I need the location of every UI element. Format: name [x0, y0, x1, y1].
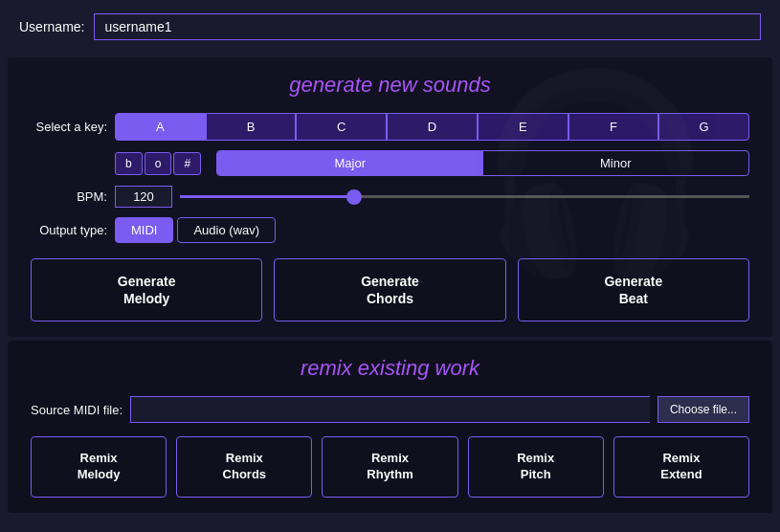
key-btn-d[interactable]: D — [387, 113, 478, 141]
remix-row: RemixMelody RemixChords RemixRhythm Remi… — [31, 436, 749, 498]
choose-file-button[interactable]: Choose file... — [657, 396, 749, 423]
accidental-btns: b o # — [115, 152, 201, 175]
acc-btn-sharp[interactable]: # — [173, 152, 201, 175]
remix-section-title: remix existing work — [31, 356, 749, 381]
source-row: Source MIDI file: Choose file... — [31, 396, 749, 423]
acc-btn-natural[interactable]: o — [145, 152, 172, 175]
output-btns: MIDI Audio (wav) — [115, 217, 276, 243]
output-btn-audio[interactable]: Audio (wav) — [177, 217, 276, 243]
generate-melody-button[interactable]: GenerateMelody — [31, 258, 262, 321]
generate-beat-button[interactable]: GenerateBeat — [518, 258, 749, 321]
key-btn-g[interactable]: G — [658, 113, 749, 141]
remix-section: remix existing work Source MIDI file: Ch… — [8, 341, 772, 513]
generate-row: GenerateMelody GenerateChords GenerateBe… — [31, 258, 749, 321]
remix-rhythm-button[interactable]: RemixRhythm — [322, 436, 457, 498]
key-btn-e[interactable]: E — [478, 113, 568, 141]
scale-toggle: Major Minor — [216, 150, 749, 176]
bpm-input[interactable] — [115, 186, 172, 208]
source-midi-input[interactable] — [130, 396, 650, 423]
key-btn-c[interactable]: C — [296, 113, 387, 141]
remix-extend-button[interactable]: RemixExtend — [613, 436, 749, 498]
generate-section-title: generate new sounds — [31, 73, 749, 98]
key-btn-f[interactable]: F — [568, 113, 659, 141]
output-btn-midi[interactable]: MIDI — [115, 217, 173, 243]
username-label: Username: — [19, 19, 84, 34]
key-buttons: A B C D E F G — [115, 113, 749, 141]
key-btn-b[interactable]: B — [206, 113, 297, 141]
bpm-row: BPM: — [31, 186, 749, 208]
source-label: Source MIDI file: — [31, 403, 123, 417]
key-row: Select a key: A B C D E F G — [31, 113, 749, 141]
scale-btn-major[interactable]: Major — [217, 151, 482, 175]
generate-chords-button[interactable]: GenerateChords — [274, 258, 505, 321]
bpm-slider-container — [180, 195, 749, 198]
key-row-label: Select a key: — [31, 120, 107, 134]
bpm-slider[interactable] — [180, 195, 749, 198]
username-input[interactable] — [94, 13, 761, 40]
key-btn-a[interactable]: A — [115, 113, 206, 141]
output-row: Output type: MIDI Audio (wav) — [31, 217, 749, 243]
scale-btn-minor[interactable]: Minor — [483, 151, 748, 175]
bpm-label: BPM: — [31, 189, 107, 204]
remix-pitch-button[interactable]: RemixPitch — [468, 436, 604, 498]
username-bar: Username: — [0, 0, 780, 54]
accidental-row: b o # Major Minor — [31, 150, 749, 176]
output-label: Output type: — [31, 223, 107, 237]
generate-section: 🎧 generate new sounds Select a key: A B … — [8, 57, 772, 337]
remix-melody-button[interactable]: RemixMelody — [31, 436, 167, 498]
acc-btn-flat[interactable]: b — [115, 152, 143, 175]
remix-chords-button[interactable]: RemixChords — [176, 436, 312, 498]
